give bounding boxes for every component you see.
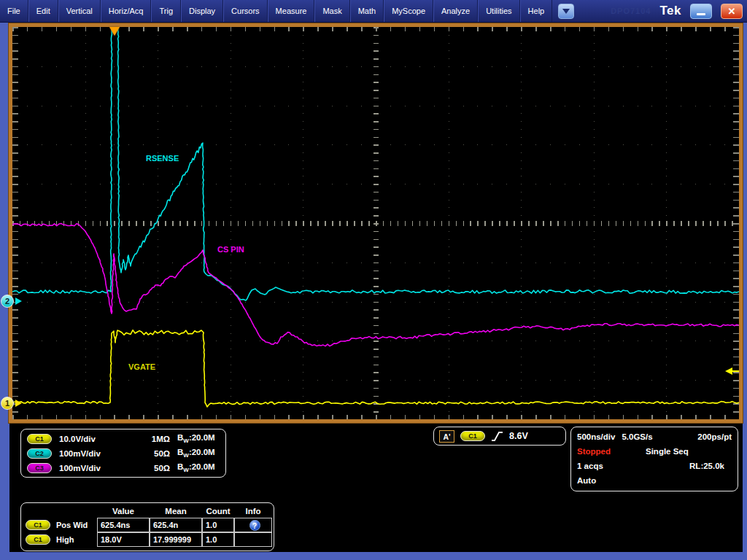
meas-row2-name: High [56,535,74,544]
channel2-bandwidth: BW:20.0M [177,448,215,459]
close-button[interactable]: ✕ [721,4,743,19]
channel1-badge: C1 [27,434,52,444]
menu-vertical[interactable]: Vertical [58,0,101,22]
record-length: RL:25.0k [689,462,724,470]
channel3-impedance: 50Ω [135,464,170,472]
meas-row2-value: 18.0V [97,532,150,547]
trigger-source-badge: C1 [460,431,485,441]
minimize-button[interactable] [690,4,712,19]
acquisition-state: Stopped [577,447,611,456]
channel3-readout[interactable]: C3 100mV/div 50Ω BW:20.0M [27,461,220,475]
waveform-c2-rsense [12,28,739,300]
channel1-scale: 10.0V/div [59,435,135,443]
menu-horiz-acq[interactable]: Horiz/Acq [101,0,152,22]
menu-measure[interactable]: Measure [268,0,315,22]
waveform-display[interactable]: RSENSECS PINVGATE [12,27,739,419]
trigger-level-value: 8.6V [509,431,528,441]
menu-edit[interactable]: Edit [28,0,58,22]
readout-area: C1 10.0V/div 1MΩ BW:20.0M C2 100mV/div 5… [9,424,743,552]
chevron-down-icon [562,9,570,14]
rising-edge-icon [491,430,503,443]
meas-row2-count: 1.0 [202,532,234,547]
meas-row1-count: 1.0 [202,518,234,532]
model-label: DPO7104 [611,7,651,15]
channel2-badge: C2 [27,448,52,459]
measurement-table[interactable]: Value Mean Count Info C1 Pos Wid 625.4ns… [20,502,274,551]
menu-file[interactable]: File [0,0,28,22]
channel2-ground-marker[interactable]: 2 [1,295,14,308]
channel2-arrow-icon [15,298,22,305]
meas-header-value: Value [97,505,150,518]
waveform-c3-cspin [12,224,739,346]
trigger-aux-badge: A' [439,430,454,443]
sample-rate-value: 5.0GS/s [622,432,652,441]
meas-row2-badge: C1 [26,534,50,545]
trace-label-vgate: VGATE [128,362,155,371]
channel2-readout[interactable]: C2 100mV/div 50Ω BW:20.0M [27,446,220,461]
trace-label-rsense: RSENSE [146,154,179,163]
meas-header-count: Count [202,505,234,518]
meas-row1-badge: C1 [26,520,50,530]
trigger-readout-box[interactable]: A' C1 8.6V [433,427,566,446]
minimize-icon [697,13,705,15]
channel3-scale: 100mV/div [59,464,135,472]
resolution-value: 200ps/pt [697,432,732,441]
info-icon[interactable]: ? [249,520,260,531]
channel1-arrow-icon [15,400,22,407]
meas-row2-label: C1 High [26,532,97,547]
channel1-readout[interactable]: C1 10.0V/div 1MΩ BW:20.0M [27,432,220,446]
channel1-impedance: 1MΩ [135,435,170,443]
menu-mask[interactable]: Mask [314,0,349,22]
menu-help[interactable]: Help [520,0,553,22]
trigger-position-marker[interactable] [109,27,120,36]
trigger-level-tail [732,370,739,372]
meas-row2-info [234,532,272,547]
channel2-scale: 100mV/div [59,449,135,458]
menu-overflow-button[interactable] [558,4,574,19]
tek-logo: Tek [659,4,681,18]
channel-readout-box[interactable]: C1 10.0V/div 1MΩ BW:20.0M C2 100mV/div 5… [20,429,226,478]
meas-row1-mean: 625.4n [150,518,202,532]
oscilloscope-screen: File Edit Vertical Horiz/Acq Trig Displa… [0,0,747,560]
timing-readout-box[interactable]: 500ns/div 5.0GS/s 200ps/pt Stopped Singl… [570,427,738,491]
meas-row1-value: 625.4ns [97,518,150,532]
channel3-badge: C3 [27,463,52,473]
meas-row2-mean: 17.999999 [150,532,202,547]
channel3-bandwidth: BW:20.0M [177,462,215,473]
waveform-traces [12,27,739,419]
menu-myscope[interactable]: MyScope [384,0,433,22]
channel1-bandwidth: BW:20.0M [177,433,215,444]
channel2-impedance: 50Ω [135,449,170,458]
graticule-frame: RSENSECS PINVGATE [9,23,743,423]
waveform-c1-vgate [12,330,739,407]
menu-math[interactable]: Math [350,0,384,22]
trigger-mode: Auto [577,476,596,485]
trace-label-cs-pin: CS PIN [217,245,244,254]
meas-row1-name: Pos Wid [56,521,88,529]
acquisition-mode: Single Seq [646,447,689,456]
menu-bar: File Edit Vertical Horiz/Acq Trig Displa… [0,0,747,23]
meas-row1-info[interactable]: ? [234,518,272,532]
menu-utilities[interactable]: Utilities [478,0,519,22]
menu-analyze[interactable]: Analyze [433,0,478,22]
timebase-value: 500ns/div [577,432,615,441]
menu-display[interactable]: Display [181,0,223,22]
meas-header-info: Info [234,505,272,518]
meas-header-mean: Mean [150,505,202,518]
channel1-ground-marker[interactable]: 1 [1,397,14,410]
menu-trig[interactable]: Trig [151,0,181,22]
menu-cursors[interactable]: Cursors [223,0,268,22]
meas-row1-label: C1 Pos Wid [26,518,97,532]
acquisition-count: 1 acqs [577,462,603,470]
